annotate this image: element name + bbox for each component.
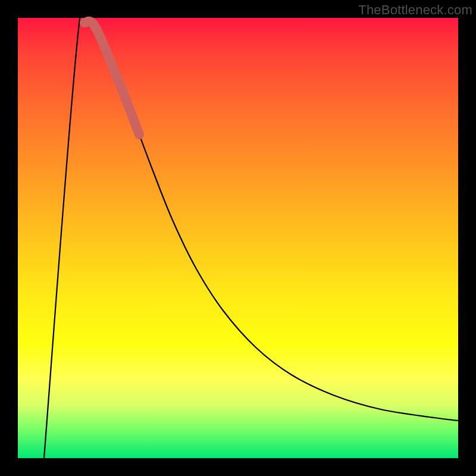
- chart-frame: TheBottleneck.com: [0, 0, 476, 476]
- highlight-marker: [84, 21, 139, 134]
- bottleneck-curve: [44, 0, 458, 458]
- watermark-text: TheBottleneck.com: [358, 2, 472, 18]
- curve-svg: [18, 18, 458, 458]
